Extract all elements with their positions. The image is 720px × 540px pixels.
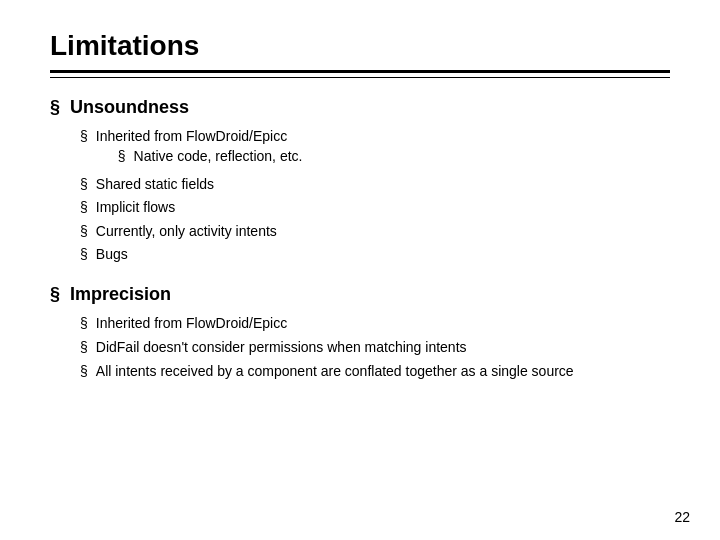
list-item: § All intents received by a component ar… [80, 362, 670, 382]
list-item: § Inherited from FlowDroid/Epicc § Nativ… [80, 127, 670, 170]
page-number: 22 [674, 509, 690, 525]
item-text: DidFail doesn't consider permissions whe… [96, 338, 467, 358]
section-header-unsoundness: § Unsoundness [50, 96, 670, 119]
unsoundness-list: § Inherited from FlowDroid/Epicc § Nativ… [80, 127, 670, 265]
list-item: § Shared static fields [80, 175, 670, 195]
list-item: § Currently, only activity intents [80, 222, 670, 242]
sub-items-list: § Native code, reflection, etc. [118, 147, 303, 167]
section-imprecision: § Imprecision § Inherited from FlowDroid… [50, 283, 670, 381]
item-bullet: § [80, 222, 88, 242]
item-bullet: § [80, 175, 88, 195]
item-text: Shared static fields [96, 175, 214, 195]
item-bullet: § [80, 198, 88, 218]
title-divider-top [50, 70, 670, 73]
imprecision-list: § Inherited from FlowDroid/Epicc § DidFa… [80, 314, 670, 381]
item-text: Bugs [96, 245, 128, 265]
sub-item: § Native code, reflection, etc. [118, 147, 303, 167]
section-bullet-imprecision: § [50, 283, 60, 306]
sub-item-text: Native code, reflection, etc. [134, 147, 303, 167]
section-unsoundness: § Unsoundness § Inherited from FlowDroid… [50, 96, 670, 265]
item-text: Currently, only activity intents [96, 222, 277, 242]
item-content: Inherited from FlowDroid/Epicc § Native … [96, 127, 303, 170]
sub-item-bullet: § [118, 147, 126, 167]
section-bullet-unsoundness: § [50, 96, 60, 119]
slide: Limitations § Unsoundness § Inherited fr… [0, 0, 720, 540]
item-bullet: § [80, 314, 88, 334]
item-text: All intents received by a component are … [96, 362, 574, 382]
item-text: Implicit flows [96, 198, 175, 218]
item-bullet: § [80, 127, 88, 147]
item-bullet: § [80, 338, 88, 358]
list-item: § DidFail doesn't consider permissions w… [80, 338, 670, 358]
list-item: § Bugs [80, 245, 670, 265]
item-bullet: § [80, 245, 88, 265]
section-title-imprecision: Imprecision [70, 283, 171, 306]
list-item: § Inherited from FlowDroid/Epicc [80, 314, 670, 334]
item-bullet: § [80, 362, 88, 382]
section-header-imprecision: § Imprecision [50, 283, 670, 306]
slide-title: Limitations [50, 30, 670, 62]
item-text: Inherited from FlowDroid/Epicc [96, 314, 287, 334]
section-title-unsoundness: Unsoundness [70, 96, 189, 119]
title-divider-bottom [50, 77, 670, 78]
item-text: Inherited from FlowDroid/Epicc [96, 128, 287, 144]
list-item: § Implicit flows [80, 198, 670, 218]
